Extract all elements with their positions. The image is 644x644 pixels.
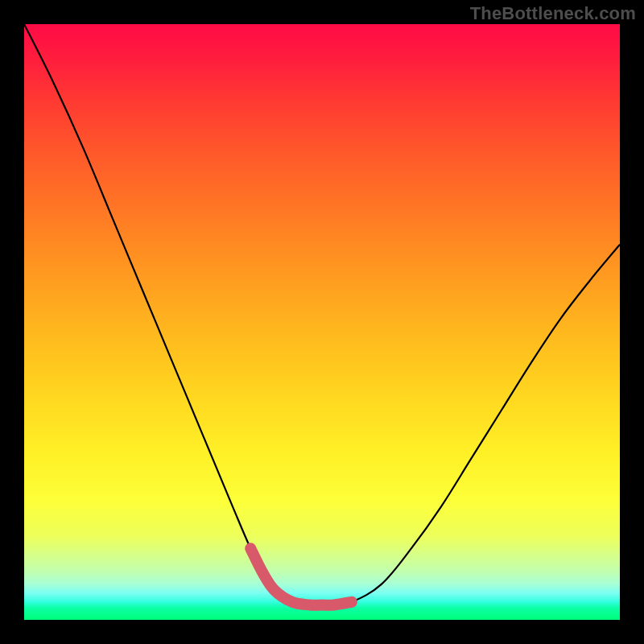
watermark-text: TheBottleneck.com — [470, 3, 636, 24]
chart-svg — [24, 24, 620, 620]
chart-frame: TheBottleneck.com — [0, 0, 644, 644]
plot-area — [24, 24, 620, 620]
optimal-zone-highlight — [250, 548, 352, 605]
bottleneck-curve — [24, 24, 620, 605]
